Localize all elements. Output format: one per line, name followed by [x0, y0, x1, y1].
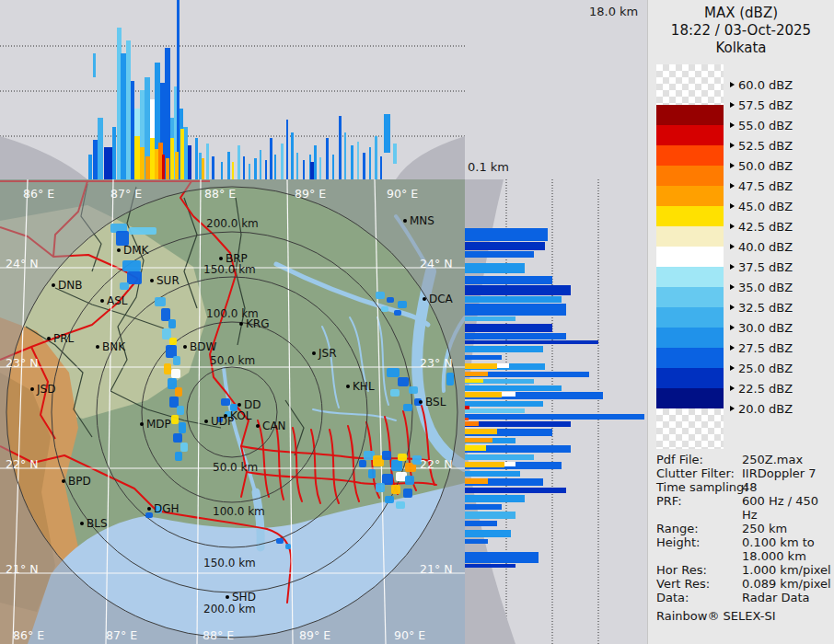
- dbz-swatch: [656, 348, 724, 368]
- dbz-swatch: [656, 125, 724, 145]
- metadata-value: IIRDoppler 7: [742, 466, 833, 480]
- side-projection-canvas: [465, 179, 647, 644]
- site-name: Kolkata: [648, 40, 834, 57]
- radar-app-window: 18.0 km 0.1 km: [0, 0, 834, 644]
- dbz-swatch: [656, 145, 724, 166]
- scale-tick-value: 40.0 dBZ: [738, 240, 793, 254]
- scale-tick-value: 25.0 dBZ: [738, 362, 793, 375]
- metadata-row: Time sampling:48: [656, 480, 833, 494]
- metadata-label: Range:: [656, 522, 742, 535]
- tick-arrow-icon: [730, 244, 735, 249]
- dbz-swatch: [656, 206, 724, 226]
- metadata-label: Pdf File:: [656, 453, 742, 466]
- scale-tick: 40.0 dBZ: [730, 238, 793, 255]
- dbz-swatch: [656, 328, 724, 348]
- dbz-swatch: [656, 368, 724, 388]
- tick-arrow-icon: [730, 102, 735, 108]
- side-projection-panel: [465, 179, 647, 644]
- tick-arrow-icon: [730, 163, 735, 168]
- dbz-swatch: [656, 166, 724, 186]
- metadata-value: 600 Hz / 450 Hz: [742, 494, 833, 522]
- scale-tick: 42.5 dBZ: [730, 218, 793, 235]
- product-title: MAX (dBZ): [648, 5, 834, 22]
- top-projection-panel: [0, 0, 465, 179]
- metadata-row: Range:250 km: [656, 522, 833, 535]
- scale-tick: 20.0 dBZ: [730, 400, 793, 417]
- dbz-swatch-column: [656, 64, 724, 449]
- dbz-swatch: [656, 408, 724, 449]
- product-metadata: Pdf File:250Z.maxClutter Filter:IIRDoppl…: [656, 453, 833, 624]
- tick-arrow-icon: [730, 305, 735, 310]
- dbz-swatch: [656, 226, 724, 247]
- legend-panel: MAX (dBZ) 18:22 / 03-Oct-2025 Kolkata 60…: [647, 0, 834, 644]
- scale-tick: 37.5 dBZ: [730, 259, 793, 275]
- metadata-row: Clutter Filter:IIRDoppler 7: [656, 466, 833, 480]
- scale-tick: 57.5 dBZ: [730, 97, 793, 113]
- dbz-swatch: [656, 64, 724, 105]
- scale-tick-value: 22.5 dBZ: [738, 382, 793, 396]
- tick-arrow-icon: [730, 203, 735, 209]
- scale-tick-value: 47.5 dBZ: [738, 179, 793, 193]
- metadata-label: Hor Res:: [656, 563, 742, 577]
- metadata-row: Vert Res:0.089 km/pixel: [656, 577, 833, 591]
- scale-tick-value: 35.0 dBZ: [738, 281, 793, 294]
- scale-tick: 22.5 dBZ: [730, 380, 793, 397]
- metadata-label: Time sampling:: [656, 480, 742, 494]
- metadata-value: Radar Data: [742, 591, 833, 604]
- scale-tick-value: 30.0 dBZ: [738, 321, 793, 335]
- scale-tick: 45.0 dBZ: [730, 198, 793, 214]
- scale-tick: 60.0 dBZ: [730, 76, 793, 93]
- scale-tick-value: 57.5 dBZ: [738, 98, 793, 112]
- dbz-scale: 60.0 dBZ57.5 dBZ55.0 dBZ52.5 dBZ50.0 dBZ…: [656, 64, 831, 449]
- metadata-label: Vert Res:: [656, 577, 742, 591]
- top-projection-canvas: [0, 0, 465, 179]
- metadata-value: 48: [742, 480, 833, 494]
- tick-arrow-icon: [730, 365, 735, 371]
- legend-header: MAX (dBZ) 18:22 / 03-Oct-2025 Kolkata: [648, 5, 834, 57]
- scale-tick-value: 42.5 dBZ: [738, 220, 793, 234]
- dbz-swatch: [656, 267, 724, 287]
- scale-tick: 30.0 dBZ: [730, 319, 793, 336]
- scale-tick-value: 52.5 dBZ: [738, 139, 793, 153]
- scale-tick-value: 50.0 dBZ: [738, 159, 793, 173]
- tick-arrow-icon: [730, 143, 735, 148]
- metadata-row: Pdf File:250Z.max: [656, 453, 833, 466]
- metadata-value: 250Z.max: [742, 453, 833, 466]
- scale-tick: 50.0 dBZ: [730, 157, 793, 174]
- metadata-row: Data:Radar Data: [656, 591, 833, 604]
- metadata-value: 0.089 km/pixel: [742, 577, 833, 591]
- dbz-swatch: [656, 307, 724, 328]
- dbz-swatch: [656, 287, 724, 307]
- dbz-swatch: [656, 388, 724, 408]
- scale-tick-value: 32.5 dBZ: [738, 301, 793, 315]
- metadata-label: Clutter Filter:: [656, 466, 742, 480]
- scale-tick: 25.0 dBZ: [730, 360, 793, 376]
- scale-tick-value: 60.0 dBZ: [738, 78, 793, 92]
- scale-tick: 55.0 dBZ: [730, 117, 793, 133]
- map-panel: 86° E86° E87° E87° E88° E88° E89° E89° E…: [0, 179, 465, 644]
- scale-tick-value: 45.0 dBZ: [738, 200, 793, 213]
- metadata-value: 1.000 km/pixel: [742, 563, 833, 577]
- metadata-label: Height:: [656, 535, 742, 563]
- tick-arrow-icon: [730, 345, 735, 351]
- tick-arrow-icon: [730, 122, 735, 128]
- dbz-swatch: [656, 105, 724, 125]
- tick-arrow-icon: [730, 264, 735, 270]
- dbz-swatch: [656, 186, 724, 206]
- side-projection-echoes: [465, 228, 644, 568]
- tick-arrow-icon: [730, 183, 735, 189]
- tick-arrow-icon: [730, 284, 735, 290]
- metadata-value: 0.100 km to 18.000 km: [742, 535, 833, 563]
- height-axis-corner: 18.0 km 0.1 km: [465, 0, 647, 179]
- coverage-wedge-right: [396, 136, 465, 179]
- tick-arrow-icon: [730, 325, 735, 330]
- metadata-label: Data:: [656, 591, 742, 604]
- software-brand: Rainbow® SELEX-SI: [656, 609, 833, 624]
- height-axis-max-label: 18.0 km: [589, 5, 638, 18]
- tick-arrow-icon: [730, 406, 735, 411]
- scale-tick-value: 55.0 dBZ: [738, 119, 793, 132]
- metadata-row: Height:0.100 km to 18.000 km: [656, 535, 833, 563]
- scale-tick: 52.5 dBZ: [730, 137, 793, 154]
- metadata-row: Hor Res:1.000 km/pixel: [656, 563, 833, 577]
- metadata-value: 250 km: [742, 522, 833, 535]
